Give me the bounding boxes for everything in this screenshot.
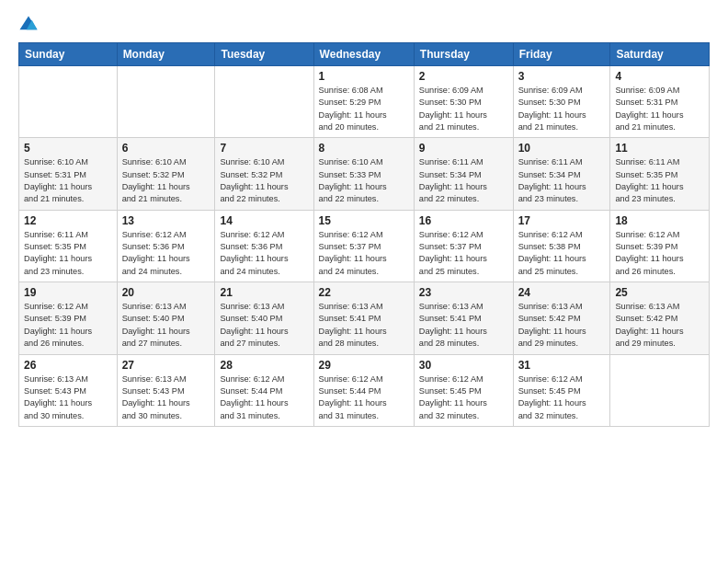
weekday-header-row: SundayMondayTuesdayWednesdayThursdayFrid… bbox=[19, 43, 710, 66]
day-number: 7 bbox=[220, 142, 308, 155]
calendar-cell: 1Sunrise: 6:08 AM Sunset: 5:29 PM Daylig… bbox=[313, 66, 414, 138]
calendar-cell: 5Sunrise: 6:10 AM Sunset: 5:31 PM Daylig… bbox=[19, 138, 118, 210]
day-number: 5 bbox=[24, 142, 112, 155]
day-number: 24 bbox=[518, 286, 606, 299]
day-info: Sunrise: 6:09 AM Sunset: 5:31 PM Dayligh… bbox=[615, 85, 704, 133]
logo bbox=[18, 15, 42, 35]
weekday-friday: Friday bbox=[513, 43, 610, 66]
day-info: Sunrise: 6:10 AM Sunset: 5:33 PM Dayligh… bbox=[319, 156, 409, 205]
day-info: Sunrise: 6:13 AM Sunset: 5:40 PM Dayligh… bbox=[122, 301, 210, 350]
day-info: Sunrise: 6:10 AM Sunset: 5:31 PM Dayligh… bbox=[24, 156, 112, 205]
calendar-table: SundayMondayTuesdayWednesdayThursdayFrid… bbox=[18, 42, 710, 427]
day-number: 29 bbox=[319, 359, 409, 372]
day-number: 3 bbox=[518, 70, 606, 83]
calendar-cell: 6Sunrise: 6:10 AM Sunset: 5:32 PM Daylig… bbox=[117, 138, 215, 210]
day-info: Sunrise: 6:12 AM Sunset: 5:44 PM Dayligh… bbox=[220, 373, 308, 422]
day-number: 4 bbox=[615, 70, 704, 83]
calendar-cell: 9Sunrise: 6:11 AM Sunset: 5:34 PM Daylig… bbox=[414, 138, 513, 210]
day-number: 10 bbox=[518, 142, 606, 155]
calendar-cell: 25Sunrise: 6:13 AM Sunset: 5:42 PM Dayli… bbox=[610, 282, 710, 354]
day-number: 27 bbox=[122, 359, 210, 372]
weekday-thursday: Thursday bbox=[414, 43, 513, 66]
day-number: 18 bbox=[615, 214, 704, 227]
day-info: Sunrise: 6:11 AM Sunset: 5:34 PM Dayligh… bbox=[419, 156, 508, 205]
calendar-cell: 16Sunrise: 6:12 AM Sunset: 5:37 PM Dayli… bbox=[414, 210, 513, 282]
day-number: 12 bbox=[24, 214, 112, 227]
day-number: 1 bbox=[319, 70, 409, 83]
calendar-cell: 2Sunrise: 6:09 AM Sunset: 5:30 PM Daylig… bbox=[414, 66, 513, 138]
day-number: 2 bbox=[419, 70, 508, 83]
calendar-cell: 4Sunrise: 6:09 AM Sunset: 5:31 PM Daylig… bbox=[610, 66, 710, 138]
day-number: 21 bbox=[220, 286, 308, 299]
day-info: Sunrise: 6:13 AM Sunset: 5:43 PM Dayligh… bbox=[122, 373, 210, 422]
calendar-cell: 20Sunrise: 6:13 AM Sunset: 5:40 PM Dayli… bbox=[117, 282, 215, 354]
day-number: 28 bbox=[220, 359, 308, 372]
day-info: Sunrise: 6:11 AM Sunset: 5:35 PM Dayligh… bbox=[615, 156, 704, 205]
weekday-monday: Monday bbox=[117, 43, 215, 66]
calendar-cell bbox=[117, 66, 215, 138]
calendar-cell: 18Sunrise: 6:12 AM Sunset: 5:39 PM Dayli… bbox=[610, 210, 710, 282]
day-info: Sunrise: 6:12 AM Sunset: 5:44 PM Dayligh… bbox=[319, 373, 409, 422]
calendar-cell bbox=[19, 66, 118, 138]
calendar-cell: 13Sunrise: 6:12 AM Sunset: 5:36 PM Dayli… bbox=[117, 210, 215, 282]
calendar-cell: 23Sunrise: 6:13 AM Sunset: 5:41 PM Dayli… bbox=[414, 282, 513, 354]
page: SundayMondayTuesdayWednesdayThursdayFrid… bbox=[0, 0, 728, 563]
calendar-cell: 8Sunrise: 6:10 AM Sunset: 5:33 PM Daylig… bbox=[313, 138, 414, 210]
day-info: Sunrise: 6:11 AM Sunset: 5:34 PM Dayligh… bbox=[518, 156, 606, 205]
calendar-cell: 26Sunrise: 6:13 AM Sunset: 5:43 PM Dayli… bbox=[19, 354, 118, 426]
calendar-cell: 10Sunrise: 6:11 AM Sunset: 5:34 PM Dayli… bbox=[513, 138, 610, 210]
weekday-saturday: Saturday bbox=[610, 43, 710, 66]
calendar-cell: 3Sunrise: 6:09 AM Sunset: 5:30 PM Daylig… bbox=[513, 66, 610, 138]
calendar-cell: 15Sunrise: 6:12 AM Sunset: 5:37 PM Dayli… bbox=[313, 210, 414, 282]
logo-icon bbox=[18, 15, 39, 35]
day-info: Sunrise: 6:12 AM Sunset: 5:38 PM Dayligh… bbox=[518, 229, 606, 278]
day-info: Sunrise: 6:12 AM Sunset: 5:39 PM Dayligh… bbox=[615, 229, 704, 278]
day-info: Sunrise: 6:12 AM Sunset: 5:45 PM Dayligh… bbox=[518, 373, 606, 422]
calendar-cell bbox=[610, 354, 710, 426]
day-number: 16 bbox=[419, 214, 508, 227]
calendar-cell: 17Sunrise: 6:12 AM Sunset: 5:38 PM Dayli… bbox=[513, 210, 610, 282]
day-info: Sunrise: 6:08 AM Sunset: 5:29 PM Dayligh… bbox=[319, 85, 409, 133]
day-number: 13 bbox=[122, 214, 210, 227]
day-number: 9 bbox=[419, 142, 508, 155]
day-number: 25 bbox=[615, 286, 704, 299]
calendar-cell: 27Sunrise: 6:13 AM Sunset: 5:43 PM Dayli… bbox=[117, 354, 215, 426]
day-info: Sunrise: 6:12 AM Sunset: 5:36 PM Dayligh… bbox=[122, 229, 210, 278]
day-number: 14 bbox=[220, 214, 308, 227]
day-info: Sunrise: 6:13 AM Sunset: 5:40 PM Dayligh… bbox=[220, 301, 308, 350]
calendar-week-3: 12Sunrise: 6:11 AM Sunset: 5:35 PM Dayli… bbox=[19, 210, 710, 282]
calendar-week-2: 5Sunrise: 6:10 AM Sunset: 5:31 PM Daylig… bbox=[19, 138, 710, 210]
day-info: Sunrise: 6:12 AM Sunset: 5:45 PM Dayligh… bbox=[419, 373, 508, 422]
day-info: Sunrise: 6:12 AM Sunset: 5:39 PM Dayligh… bbox=[24, 301, 112, 350]
day-info: Sunrise: 6:12 AM Sunset: 5:36 PM Dayligh… bbox=[220, 229, 308, 278]
calendar-cell: 28Sunrise: 6:12 AM Sunset: 5:44 PM Dayli… bbox=[215, 354, 313, 426]
calendar-cell: 19Sunrise: 6:12 AM Sunset: 5:39 PM Dayli… bbox=[19, 282, 118, 354]
day-number: 23 bbox=[419, 286, 508, 299]
calendar-week-5: 26Sunrise: 6:13 AM Sunset: 5:43 PM Dayli… bbox=[19, 354, 710, 426]
calendar-cell: 31Sunrise: 6:12 AM Sunset: 5:45 PM Dayli… bbox=[513, 354, 610, 426]
day-info: Sunrise: 6:13 AM Sunset: 5:41 PM Dayligh… bbox=[419, 301, 508, 350]
day-info: Sunrise: 6:09 AM Sunset: 5:30 PM Dayligh… bbox=[518, 85, 606, 133]
day-number: 31 bbox=[518, 359, 606, 372]
day-info: Sunrise: 6:12 AM Sunset: 5:37 PM Dayligh… bbox=[419, 229, 508, 278]
calendar-cell: 21Sunrise: 6:13 AM Sunset: 5:40 PM Dayli… bbox=[215, 282, 313, 354]
day-number: 11 bbox=[615, 142, 704, 155]
calendar-cell: 30Sunrise: 6:12 AM Sunset: 5:45 PM Dayli… bbox=[414, 354, 513, 426]
calendar-cell: 22Sunrise: 6:13 AM Sunset: 5:41 PM Dayli… bbox=[313, 282, 414, 354]
calendar-cell: 14Sunrise: 6:12 AM Sunset: 5:36 PM Dayli… bbox=[215, 210, 313, 282]
day-number: 26 bbox=[24, 359, 112, 372]
day-info: Sunrise: 6:10 AM Sunset: 5:32 PM Dayligh… bbox=[220, 156, 308, 205]
calendar-week-4: 19Sunrise: 6:12 AM Sunset: 5:39 PM Dayli… bbox=[19, 282, 710, 354]
day-number: 17 bbox=[518, 214, 606, 227]
calendar-cell bbox=[215, 66, 313, 138]
weekday-sunday: Sunday bbox=[19, 43, 118, 66]
calendar-cell: 24Sunrise: 6:13 AM Sunset: 5:42 PM Dayli… bbox=[513, 282, 610, 354]
day-info: Sunrise: 6:13 AM Sunset: 5:41 PM Dayligh… bbox=[319, 301, 409, 350]
day-number: 22 bbox=[319, 286, 409, 299]
day-number: 30 bbox=[419, 359, 508, 372]
day-info: Sunrise: 6:13 AM Sunset: 5:42 PM Dayligh… bbox=[518, 301, 606, 350]
day-number: 20 bbox=[122, 286, 210, 299]
weekday-wednesday: Wednesday bbox=[313, 43, 414, 66]
day-info: Sunrise: 6:12 AM Sunset: 5:37 PM Dayligh… bbox=[319, 229, 409, 278]
day-info: Sunrise: 6:11 AM Sunset: 5:35 PM Dayligh… bbox=[24, 229, 112, 278]
